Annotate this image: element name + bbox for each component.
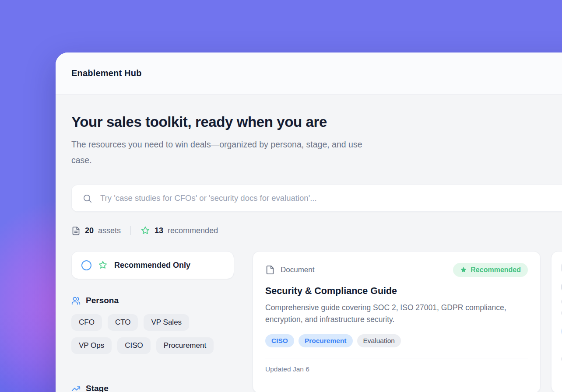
recommended-label: recommended — [168, 226, 218, 235]
badge-label: Recommended — [471, 266, 521, 274]
app-header: Enablement Hub — [56, 52, 562, 94]
asset-cards: Document Recommended Security & Complian… — [253, 251, 562, 392]
file-icon — [265, 265, 275, 275]
persona-section-heading: Persona — [71, 296, 234, 305]
persona-chip-cto[interactable]: CTO — [108, 314, 138, 331]
card-header-row: Document Recommended — [265, 263, 528, 277]
star-icon — [98, 260, 108, 270]
recommended-stat: 13 recommended — [140, 226, 218, 235]
persona-label: Persona — [86, 296, 119, 305]
stats-divider — [130, 226, 131, 235]
card-updated: Updated Jan 6 — [265, 365, 528, 373]
content-row: Recommended Only Persona CFO — [71, 251, 562, 392]
assets-count: 20 — [85, 226, 94, 235]
asset-card[interactable]: Document Recommended Security & Complian… — [253, 251, 541, 392]
tag-evaluation[interactable]: Evaluation — [357, 334, 401, 347]
persona-chips: CFO CTO VP Sales VP Ops CISO Procurement — [71, 314, 234, 354]
asset-card-partial[interactable] — [551, 251, 562, 392]
enablement-hub-window: Enablement Hub Your sales toolkit, ready… — [56, 52, 562, 392]
page-subtitle: The resources you need to win deals—orga… — [71, 136, 369, 168]
stage-label: Stage — [86, 384, 109, 392]
app-title: Enablement Hub — [71, 68, 142, 78]
sidebar-divider — [71, 369, 234, 369]
card-tags: CISO Procurement Evaluation — [265, 334, 528, 347]
search-input[interactable] — [99, 193, 562, 203]
page-title: Your sales toolkit, ready when you are — [71, 114, 562, 130]
recommended-count: 13 — [155, 226, 163, 235]
radio-circle-icon[interactable] — [81, 260, 91, 270]
card-divider — [265, 358, 528, 358]
persona-chip-ciso[interactable]: CISO — [117, 337, 151, 354]
search-icon — [82, 193, 92, 203]
persona-chip-vp-ops[interactable]: VP Ops — [71, 337, 112, 354]
assets-stat: 20 assets — [71, 226, 121, 235]
recommended-badge: Recommended — [453, 263, 528, 277]
persona-chip-cfo[interactable]: CFO — [71, 314, 102, 331]
star-filled-icon — [460, 266, 467, 273]
card-title: Security & Compliance Guide — [265, 286, 528, 297]
users-icon — [71, 296, 81, 305]
recommended-only-toggle[interactable]: Recommended Only — [71, 251, 234, 279]
persona-chip-vp-sales[interactable]: VP Sales — [144, 314, 189, 331]
tag-ciso[interactable]: CISO — [265, 334, 294, 347]
tag-procurement[interactable]: Procurement — [299, 334, 353, 347]
trending-up-icon — [71, 384, 81, 392]
card-description: Comprehensive guide covering SOC 2, ISO … — [265, 302, 510, 326]
card-type-label: Document — [281, 266, 314, 274]
star-icon — [140, 226, 150, 235]
recommended-only-label: Recommended Only — [114, 261, 190, 270]
card-type: Document — [265, 265, 314, 275]
persona-chip-procurement[interactable]: Procurement — [156, 337, 214, 354]
stage-section-heading: Stage — [71, 384, 234, 392]
filters-sidebar: Recommended Only Persona CFO — [71, 251, 234, 392]
assets-label: assets — [98, 226, 121, 235]
search-bar[interactable] — [71, 185, 562, 212]
document-icon — [71, 226, 81, 235]
stats-row: 20 assets 13 recommended — [71, 226, 562, 235]
main-content: Your sales toolkit, ready when you are T… — [56, 94, 562, 392]
